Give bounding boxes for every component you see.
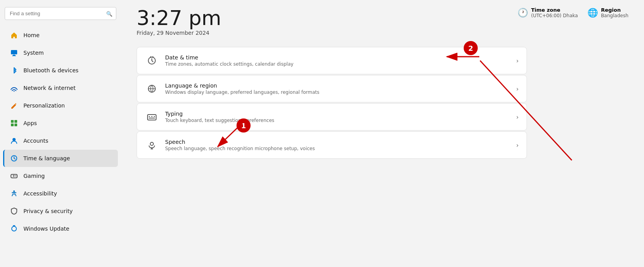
language-card-icon: [145, 82, 159, 96]
settings-list: Date & time Time zones, automatic clock …: [137, 47, 527, 159]
svg-point-3: [14, 91, 14, 91]
svg-point-8: [12, 138, 16, 141]
sidebar-item-label-update: Windows Update: [23, 226, 69, 232]
region-block: 🌐 Region Bangladesh: [587, 7, 628, 18]
settings-card-language[interactable]: Language & region Windows display langua…: [137, 75, 527, 102]
sidebar-item-label-home: Home: [23, 32, 39, 38]
bluetooth-nav-icon: [9, 66, 19, 75]
sidebar-item-network[interactable]: Network & internet: [3, 79, 118, 97]
sidebar-item-label-apps: Apps: [23, 120, 37, 126]
region-value: Bangladesh: [601, 13, 628, 18]
sidebar-item-personalization[interactable]: Personalization: [3, 97, 118, 114]
settings-card-speech[interactable]: Speech Speech language, speech recogniti…: [137, 131, 527, 159]
datetime-card-chevron: ›: [516, 57, 519, 65]
personalization-nav-icon: [9, 101, 19, 110]
typing-card-text: Typing Touch keyboard, text suggestions,…: [165, 111, 516, 123]
sidebar-item-label-accessibility: Accessibility: [23, 190, 57, 197]
sidebar-item-label-privacy: Privacy & security: [23, 208, 73, 214]
language-card-chevron: ›: [516, 85, 519, 93]
speech-card-title: Speech: [165, 139, 516, 145]
svg-rect-21: [154, 116, 155, 117]
region-icon: 🌐: [587, 8, 598, 18]
language-card-text: Language & region Windows display langua…: [165, 82, 516, 95]
search-icon: 🔍: [106, 11, 112, 16]
sidebar-item-gaming[interactable]: Gaming: [3, 167, 118, 185]
timelanguage-nav-icon: [9, 154, 19, 163]
sidebar-item-apps[interactable]: Apps: [3, 115, 118, 132]
speech-card-icon: [145, 138, 159, 152]
sidebar: 🔍 HomeSystemBluetooth & devicesNetwork &…: [0, 0, 121, 267]
svg-point-13: [13, 190, 15, 192]
system-nav-icon: [9, 48, 19, 57]
sidebar-item-bluetooth[interactable]: Bluetooth & devices: [3, 62, 118, 79]
svg-rect-5: [14, 120, 17, 123]
typing-card-subtitle: Touch keyboard, text suggestions, prefer…: [165, 118, 516, 123]
svg-rect-16: [153, 56, 154, 58]
sidebar-item-privacy[interactable]: Privacy & security: [3, 202, 118, 220]
svg-rect-1: [13, 55, 15, 56]
sidebar-item-accessibility[interactable]: Accessibility: [3, 185, 118, 202]
sidebar-item-timelanguage[interactable]: Time & language: [3, 150, 118, 167]
network-nav-icon: [9, 83, 19, 93]
datetime-card-subtitle: Time zones, automatic clock settings, ca…: [165, 61, 516, 67]
typing-card-chevron: ›: [516, 113, 519, 121]
timezone-value: (UTC+06:00) Dhaka: [531, 13, 578, 18]
typing-card-icon: [145, 110, 159, 124]
svg-point-12: [16, 176, 16, 176]
svg-rect-18: [148, 115, 156, 120]
svg-rect-19: [149, 116, 150, 117]
sidebar-item-label-network: Network & internet: [23, 85, 76, 91]
sidebar-item-home[interactable]: Home: [3, 27, 118, 44]
svg-point-11: [15, 176, 16, 176]
annotation-badge-2: 2: [464, 41, 478, 55]
language-card-title: Language & region: [165, 82, 516, 89]
search-container: 🔍: [5, 7, 116, 20]
svg-rect-4: [11, 120, 14, 123]
search-input[interactable]: [5, 7, 116, 20]
top-right-info: 🕐 Time zone (UTC+06:00) Dhaka 🌐 Region B…: [518, 7, 628, 18]
datetime-card-text: Date & time Time zones, automatic clock …: [165, 54, 516, 67]
svg-rect-2: [12, 56, 16, 56]
timezone-label: Time zone: [531, 7, 578, 13]
svg-rect-0: [11, 50, 17, 54]
speech-card-chevron: ›: [516, 142, 519, 149]
datetime-card-icon: [145, 54, 159, 68]
sidebar-item-update[interactable]: Windows Update: [3, 220, 118, 237]
svg-rect-20: [151, 116, 153, 117]
annotation-badge-1: 1: [237, 118, 251, 133]
sidebar-item-system[interactable]: System: [3, 44, 118, 61]
svg-rect-22: [149, 118, 155, 118]
accounts-nav-icon: [9, 136, 19, 145]
svg-rect-15: [150, 56, 151, 58]
svg-rect-7: [14, 124, 17, 126]
svg-point-23: [150, 142, 153, 145]
sidebar-item-label-timelanguage: Time & language: [23, 155, 70, 161]
speech-card-text: Speech Speech language, speech recogniti…: [165, 139, 516, 151]
timezone-icon: 🕐: [518, 8, 528, 18]
sidebar-item-label-gaming: Gaming: [23, 173, 45, 179]
speech-card-subtitle: Speech language, speech recognition micr…: [165, 146, 516, 151]
gaming-nav-icon: [9, 171, 19, 181]
date-display: Friday, 29 November 2024: [137, 30, 628, 36]
sidebar-item-label-accounts: Accounts: [23, 138, 48, 144]
sidebar-item-label-personalization: Personalization: [23, 102, 65, 109]
accessibility-nav-icon: [9, 189, 19, 198]
datetime-card-title: Date & time: [165, 54, 516, 61]
language-card-subtitle: Windows display language, preferred lang…: [165, 90, 516, 95]
svg-rect-6: [11, 124, 14, 126]
sidebar-item-label-bluetooth: Bluetooth & devices: [23, 67, 78, 73]
settings-card-typing[interactable]: Typing Touch keyboard, text suggestions,…: [137, 103, 527, 131]
sidebar-item-label-system: System: [23, 50, 44, 56]
apps-nav-icon: [9, 118, 19, 128]
update-nav-icon: [9, 224, 19, 233]
main-content: 3:27 pm Friday, 29 November 2024 Date & …: [121, 0, 644, 167]
typing-card-title: Typing: [165, 111, 516, 117]
privacy-nav-icon: [9, 206, 19, 216]
region-label: Region: [601, 7, 628, 13]
home-nav-icon: [9, 30, 19, 40]
sidebar-item-accounts[interactable]: Accounts: [3, 132, 118, 149]
timezone-block: 🕐 Time zone (UTC+06:00) Dhaka: [518, 7, 578, 18]
nav-list: HomeSystemBluetooth & devicesNetwork & i…: [0, 26, 121, 238]
